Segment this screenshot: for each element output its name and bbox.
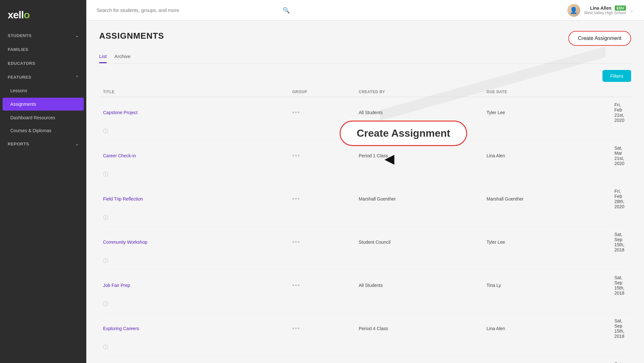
row-title-1[interactable]: Career Check-in <box>103 153 287 158</box>
row-created-5: Lina Alen <box>487 326 609 331</box>
sidebar-item-reports[interactable]: REPORTS ⌄ <box>0 137 86 151</box>
row-title-4[interactable]: Job Fair Prep <box>103 283 287 288</box>
create-assignment-button-top[interactable]: Create Assignment <box>568 31 631 46</box>
table-row: Careers in Sports ••• Sports Club Marsha… <box>99 356 631 363</box>
row-title-2[interactable]: Field Trip Reflection <box>103 196 287 201</box>
table-row: Field Trip Reflection ••• Marshall Guent… <box>99 183 631 227</box>
row-menu-5[interactable]: ••• <box>292 325 354 332</box>
header-due-date: DUE DATE <box>487 90 609 94</box>
row-menu-4[interactable]: ••• <box>292 282 354 289</box>
row-group-1: Period 1 Class <box>359 153 481 158</box>
main-content: 🔍 👤 Lina Allen EDU West Valley High Scho… <box>86 0 644 363</box>
row-title-3[interactable]: Community Workshop <box>103 240 287 245</box>
page-content: ASSIGNMENTS Create Assignment List Archi… <box>86 21 644 363</box>
sidebar-item-lessons[interactable]: Lessons <box>0 84 86 97</box>
row-group-4: All Students <box>359 283 481 288</box>
row-title-0[interactable]: Capstone Project <box>103 110 287 115</box>
topbar: 🔍 👤 Lina Allen EDU West Valley High Scho… <box>86 0 644 21</box>
page-title: ASSIGNMENTS <box>99 31 164 41</box>
info-icon-3[interactable]: ⓘ <box>103 258 287 264</box>
row-date-5: Sat, Sep 15th, 2018 <box>614 318 627 339</box>
info-icon-1[interactable]: ⓘ <box>103 171 287 178</box>
row-group-5: Period 4 Class <box>359 326 481 331</box>
row-menu-3[interactable]: ••• <box>292 239 354 246</box>
header-group: GROUP <box>292 90 354 94</box>
table-header: TITLE GROUP CREATED BY DUE DATE <box>99 87 631 97</box>
chevron-down-icon: ⌄ <box>75 34 79 38</box>
table-row: Job Fair Prep ••• All Students Tina Ly S… <box>99 270 631 313</box>
search-icon[interactable]: 🔍 <box>283 7 290 14</box>
row-date-1: Sat, Mar 21st, 2020 <box>614 145 627 166</box>
user-info: Lina Allen EDU West Valley High School <box>584 5 626 15</box>
row-date-0: Fri, Feb 21st, 2020 <box>614 102 627 123</box>
nav-educators-section: EDUCATORS <box>0 56 86 70</box>
sidebar-item-students[interactable]: STUDENTS ⌄ <box>0 29 86 43</box>
info-icon-2[interactable]: ⓘ <box>103 214 287 221</box>
row-date-6: Sat, Sep 15th, 2018 <box>614 361 627 363</box>
row-created-4: Tina Ly <box>487 283 609 288</box>
search-input[interactable] <box>97 7 279 13</box>
filters-area: Filters <box>99 70 631 82</box>
row-date-4: Sat, Sep 15th, 2018 <box>614 275 627 296</box>
row-created-2: Marshall Guenther <box>487 196 609 201</box>
sidebar-item-educators[interactable]: EDUCATORS <box>0 56 86 70</box>
chevron-down-icon-reports: ⌄ <box>75 142 79 146</box>
user-dropdown-arrow[interactable]: ⌄ <box>630 8 634 13</box>
sidebar-item-features[interactable]: FEATURES ⌃ <box>0 70 86 84</box>
row-date-3: Sat, Sep 15th, 2018 <box>614 232 627 252</box>
nav-students-section: STUDENTS ⌄ <box>0 29 86 43</box>
filters-button[interactable]: Filters <box>602 70 631 82</box>
info-icon-5[interactable]: ⓘ <box>103 344 287 351</box>
header-created-by: CREATED BY <box>359 90 481 94</box>
user-name: Lina Allen <box>590 5 611 11</box>
table-row: Community Workshop ••• Student Council T… <box>99 227 631 270</box>
row-menu-2[interactable]: ••• <box>292 196 354 202</box>
table-body: Capstone Project ••• All Students Tyler … <box>99 97 631 363</box>
row-created-0: Tyler Lee <box>487 110 609 115</box>
row-group-2: Marshall Guenther <box>359 196 481 201</box>
sidebar-item-families[interactable]: FAMILIES <box>0 43 86 56</box>
row-group-3: Student Council <box>359 240 481 245</box>
user-school: West Valley High School <box>584 11 626 15</box>
row-title-5[interactable]: Exploring Careers <box>103 326 287 331</box>
table-row: Career Check-in ••• Period 1 Class Lina … <box>99 140 631 183</box>
info-icon-0[interactable]: ⓘ <box>103 128 287 135</box>
table-row: Capstone Project ••• All Students Tyler … <box>99 97 631 140</box>
avatar: 👤 <box>567 4 580 17</box>
tab-archive[interactable]: Archive <box>114 54 130 63</box>
row-date-2: Fri, Feb 28th, 2020 <box>614 189 627 209</box>
sidebar-item-courses-diplomas[interactable]: Courses & Diplomas <box>0 124 86 137</box>
header-title: TITLE <box>103 90 287 94</box>
page-header: ASSIGNMENTS Create Assignment <box>99 31 631 46</box>
sidebar-item-dashboard-resources[interactable]: Dashboard Resources <box>0 111 86 124</box>
logo[interactable]: xello <box>0 0 86 29</box>
info-icon-4[interactable]: ⓘ <box>103 301 287 308</box>
nav-reports-section: REPORTS ⌄ <box>0 137 86 151</box>
tab-list[interactable]: List <box>99 54 107 63</box>
row-menu-0[interactable]: ••• <box>292 109 354 116</box>
table-row: Exploring Careers ••• Period 4 Class Lin… <box>99 313 631 356</box>
row-group-0: All Students <box>359 110 481 115</box>
row-created-1: Lina Alen <box>487 153 609 158</box>
nav-families-section: FAMILIES <box>0 43 86 56</box>
search-bar: 🔍 <box>97 7 290 14</box>
header-actions <box>614 90 627 94</box>
assignments-table: TITLE GROUP CREATED BY DUE DATE Capstone… <box>99 87 631 363</box>
sidebar: xello STUDENTS ⌄ FAMILIES EDUCATORS FEAT… <box>0 0 86 363</box>
edu-badge: EDU <box>615 5 626 11</box>
tabs: List Archive <box>99 54 631 64</box>
row-created-3: Tyler Lee <box>487 240 609 245</box>
row-menu-1[interactable]: ••• <box>292 152 354 159</box>
sidebar-item-assignments[interactable]: Assignments <box>3 98 84 111</box>
user-area: 👤 Lina Allen EDU West Valley High School… <box>567 4 634 17</box>
nav-features-section: FEATURES ⌃ Lessons Assignments Dashboard… <box>0 70 86 137</box>
chevron-up-icon: ⌃ <box>75 75 79 80</box>
